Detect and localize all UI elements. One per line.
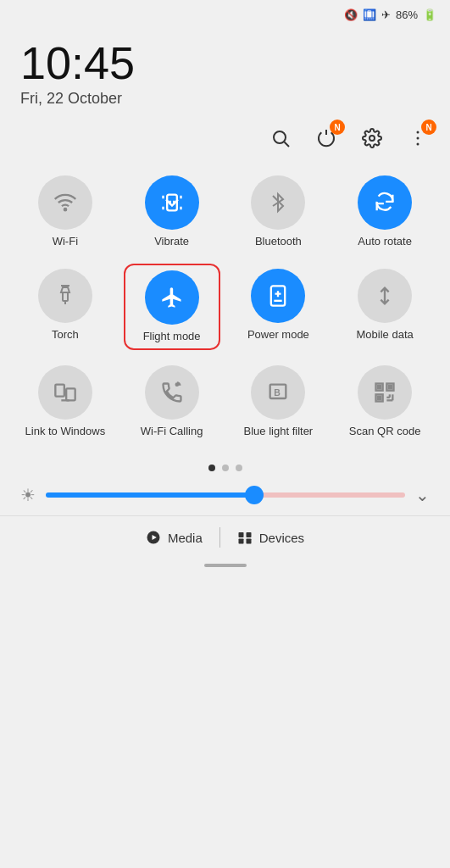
search-button[interactable] [265,123,296,153]
tile-bluelightfilter[interactable]: B Blue light filter [231,360,327,443]
svg-point-0 [274,131,286,143]
vibrate-icon [160,191,184,214]
bluetooth-icon [268,191,288,214]
wificalling-label: Wi-Fi Calling [141,425,203,438]
brightness-icon: ☀ [20,485,36,505]
flightmode-icon-circle [145,270,199,325]
power-button[interactable]: N [311,123,342,153]
bluetooth-icon-circle [251,175,305,230]
linkwindows-icon-circle [38,365,92,420]
media-button[interactable]: Media [129,526,219,548]
svg-rect-33 [238,532,243,537]
brightness-row: ☀ ⌄ [0,478,450,512]
bluetooth-label: Bluetooth [255,235,302,248]
svg-rect-34 [246,532,251,537]
tile-linkwindows[interactable]: Link to Windows [17,360,114,443]
svg-rect-15 [55,384,64,396]
svg-point-3 [417,131,419,134]
tile-powermode[interactable]: Power mode [231,264,327,350]
battery-text: 86% [396,8,418,21]
linkwindows-icon [53,381,77,404]
linkwindows-label: Link to Windows [25,425,106,438]
tile-autorotate[interactable]: Auto rotate [336,170,433,253]
tile-wifi[interactable]: Wi-Fi [17,170,114,253]
settings-button[interactable] [357,123,387,153]
autorotate-icon-circle [358,175,412,230]
scanqr-icon-circle [358,365,412,420]
brightness-thumb[interactable] [245,486,264,504]
home-bar [204,564,247,567]
mobiledata-icon-circle [358,269,412,323]
mobiledata-icon [373,284,397,308]
media-label: Media [168,531,203,545]
flightmode-label: Flight mode [143,330,201,343]
svg-rect-35 [238,539,243,544]
page-dot-2[interactable] [222,465,229,471]
svg-point-5 [417,143,419,146]
svg-point-6 [64,209,66,210]
torch-icon-circle [38,269,92,323]
wificalling-icon-circle [145,365,199,420]
more-badge: N [421,120,436,135]
bag-icon: 🛄 [363,8,376,21]
svg-text:B: B [275,387,281,397]
vibrate-label: Vibrate [154,235,189,248]
tile-mobiledata[interactable]: Mobile data [336,264,433,350]
brightness-slider[interactable] [46,487,405,504]
time-section: 10:45 Fri, 22 October [0,25,450,114]
quick-tiles-grid: Wi-Fi Vibrate Bluetooth [0,162,450,451]
devices-icon [237,530,253,545]
svg-rect-25 [378,396,381,399]
gear-icon [362,128,382,148]
media-play-icon [146,530,161,545]
tile-wificalling[interactable]: Wi-Fi Calling [124,360,220,443]
wifi-icon [53,191,77,214]
brightness-expand-button[interactable]: ⌄ [415,485,430,505]
bluelightfilter-icon: B [266,381,290,404]
vibrate-icon-circle [145,175,199,230]
svg-point-4 [417,137,419,140]
status-bar: 🔇 🛄 ✈ 86% 🔋 [0,0,450,25]
devices-label: Devices [259,531,304,545]
svg-rect-36 [246,539,251,544]
toolbar: N N [0,114,450,162]
more-button[interactable]: N [403,123,433,153]
devices-button[interactable]: Devices [220,526,321,548]
svg-rect-16 [66,388,75,400]
page-indicators [0,465,450,471]
svg-rect-23 [378,385,381,388]
bluelightfilter-label: Blue light filter [244,425,314,438]
tile-torch[interactable]: Torch [17,264,114,350]
tile-scanqr[interactable]: Scan QR code [336,360,433,443]
page-dot-1[interactable] [208,465,215,471]
scanqr-label: Scan QR code [349,425,421,438]
powermode-label: Power mode [247,328,309,342]
power-badge: N [330,120,345,135]
brightness-track [46,492,405,498]
wificalling-icon [160,381,184,404]
home-indicator [0,564,450,567]
clock-date: Fri, 22 October [20,90,430,108]
mobiledata-label: Mobile data [357,328,414,342]
bluelightfilter-icon-circle: B [251,365,305,420]
clock-time: 10:45 [20,38,430,88]
mute-icon: 🔇 [344,8,358,21]
torch-icon [54,284,76,308]
tile-vibrate[interactable]: Vibrate [124,170,220,253]
wifi-icon-circle [38,175,92,230]
svg-point-2 [369,136,375,141]
svg-rect-10 [63,292,68,301]
autorotate-icon [373,191,397,214]
svg-line-1 [285,142,290,147]
battery-icon: 🔋 [423,8,436,21]
tile-bluetooth[interactable]: Bluetooth [231,170,327,253]
page-dot-3[interactable] [236,465,242,471]
bottom-bar: Media Devices [0,515,450,559]
wifi-label: Wi-Fi [53,235,78,248]
autorotate-label: Auto rotate [358,235,412,248]
torch-label: Torch [52,328,79,342]
tile-flightmode[interactable]: Flight mode [124,264,220,350]
airplane-icon: ✈ [381,8,391,21]
scanqr-icon [373,381,397,404]
search-icon [270,128,291,148]
